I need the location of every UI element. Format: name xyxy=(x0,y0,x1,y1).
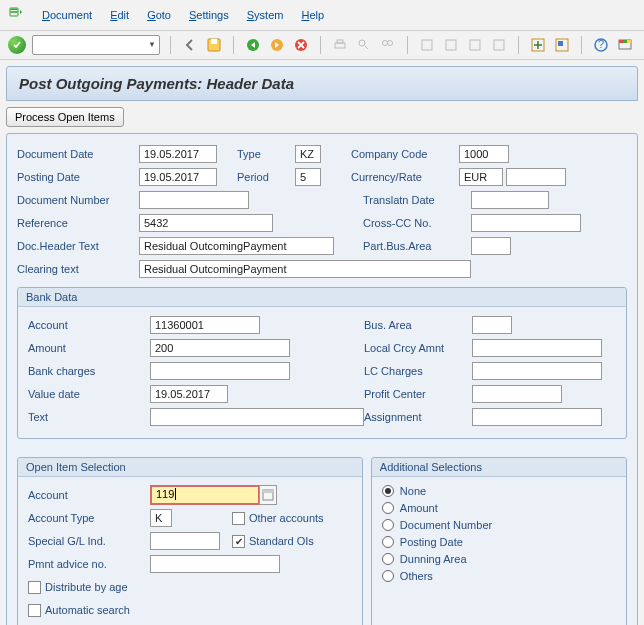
assignment-field[interactable] xyxy=(472,408,602,426)
company-code-label: Company Code xyxy=(351,148,459,160)
automatic-search-label: Automatic search xyxy=(45,604,130,616)
svg-rect-17 xyxy=(558,41,563,46)
open-item-selection-title: Open Item Selection xyxy=(18,458,362,477)
find-next-icon[interactable] xyxy=(379,36,397,54)
reference-field[interactable] xyxy=(139,214,273,232)
automatic-search-checkbox[interactable] xyxy=(28,604,41,617)
command-field[interactable] xyxy=(32,35,160,55)
type-field[interactable] xyxy=(295,145,321,163)
local-crcy-amnt-label: Local Crcy Amnt xyxy=(364,342,472,354)
prev-page-icon[interactable] xyxy=(442,36,460,54)
document-number-label: Document Number xyxy=(17,194,139,206)
enter-icon[interactable] xyxy=(8,36,26,54)
other-accounts-label: Other accounts xyxy=(249,512,324,524)
process-open-items-button[interactable]: Process Open Items xyxy=(6,107,124,127)
layout-icon[interactable] xyxy=(616,36,634,54)
pmnt-advice-no-label: Pmnt advice no. xyxy=(28,558,150,570)
lc-charges-field[interactable] xyxy=(472,362,602,380)
document-number-field[interactable] xyxy=(139,191,249,209)
menu-edit[interactable]: Edit xyxy=(110,9,129,21)
special-gl-ind-label: Special G/L Ind. xyxy=(28,535,150,547)
amount-field[interactable] xyxy=(150,339,290,357)
bank-charges-label: Bank charges xyxy=(28,365,150,377)
profit-center-field[interactable] xyxy=(472,385,562,403)
toolbar: ? xyxy=(0,31,644,60)
bank-data-group: Bank Data Account Bus. Area Amount Local… xyxy=(17,287,627,439)
value-date-field[interactable] xyxy=(150,385,228,403)
save-icon[interactable] xyxy=(205,36,223,54)
rate-field[interactable] xyxy=(506,168,566,186)
other-accounts-checkbox[interactable] xyxy=(232,512,245,525)
radio-none[interactable]: None xyxy=(382,485,616,497)
menubar: Document Edit Goto Settings System Help xyxy=(0,0,644,31)
next-page-icon[interactable] xyxy=(466,36,484,54)
doc-header-text-field[interactable] xyxy=(139,237,334,255)
svg-point-8 xyxy=(359,40,365,46)
cross-cc-no-field[interactable] xyxy=(471,214,581,232)
account-type-label: Account Type xyxy=(28,512,150,524)
bank-data-title: Bank Data xyxy=(18,288,626,307)
currency-field[interactable] xyxy=(459,168,503,186)
assignment-label: Assignment xyxy=(364,411,472,423)
bank-charges-field[interactable] xyxy=(150,362,290,380)
page-title: Post Outgoing Payments: Header Data xyxy=(19,75,294,92)
print-icon[interactable] xyxy=(331,36,349,54)
cancel-icon[interactable] xyxy=(292,36,310,54)
radio-amount[interactable]: Amount xyxy=(382,502,616,514)
svg-rect-25 xyxy=(263,490,273,493)
currency-rate-label: Currency/Rate xyxy=(351,171,459,183)
cross-cc-no-label: Cross-CC No. xyxy=(363,217,471,229)
menu-system[interactable]: System xyxy=(247,9,284,21)
period-label: Period xyxy=(237,171,295,183)
bank-text-field[interactable] xyxy=(150,408,364,426)
translatn-date-label: Translatn Date xyxy=(363,194,471,206)
svg-rect-6 xyxy=(335,43,345,48)
open-account-field[interactable]: 119 xyxy=(150,485,260,505)
f4-help-icon[interactable] xyxy=(259,485,277,505)
document-date-field[interactable] xyxy=(139,145,217,163)
new-session-icon[interactable] xyxy=(529,36,547,54)
menu-document[interactable]: Document xyxy=(42,9,92,21)
svg-rect-13 xyxy=(470,40,480,50)
help-icon[interactable]: ? xyxy=(592,36,610,54)
svg-point-10 xyxy=(388,41,393,46)
radio-document-number[interactable]: Document Number xyxy=(382,519,616,531)
app-menu-icon[interactable] xyxy=(8,6,24,24)
bus-area-label: Bus. Area xyxy=(364,319,472,331)
local-crcy-amnt-field[interactable] xyxy=(472,339,602,357)
bank-account-field[interactable] xyxy=(150,316,260,334)
special-gl-ind-field[interactable] xyxy=(150,532,220,550)
value-date-label: Value date xyxy=(28,388,150,400)
bus-area-field[interactable] xyxy=(472,316,512,334)
type-label: Type xyxy=(237,148,295,160)
back-icon[interactable] xyxy=(244,36,262,54)
posting-date-field[interactable] xyxy=(139,168,217,186)
last-page-icon[interactable] xyxy=(490,36,508,54)
exit-icon[interactable] xyxy=(268,36,286,54)
find-icon[interactable] xyxy=(355,36,373,54)
open-account-label: Account xyxy=(28,489,150,501)
standard-ois-label: Standard OIs xyxy=(249,535,314,547)
distribute-by-age-checkbox[interactable] xyxy=(28,581,41,594)
menu-settings[interactable]: Settings xyxy=(189,9,229,21)
shortcut-icon[interactable] xyxy=(553,36,571,54)
radio-posting-date[interactable]: Posting Date xyxy=(382,536,616,548)
bank-account-label: Account xyxy=(28,319,150,331)
standard-ois-checkbox[interactable] xyxy=(232,535,245,548)
document-date-label: Document Date xyxy=(17,148,139,160)
company-code-field[interactable] xyxy=(459,145,509,163)
profit-center-label: Profit Center xyxy=(364,388,472,400)
menu-goto[interactable]: Goto xyxy=(147,9,171,21)
first-page-icon[interactable] xyxy=(418,36,436,54)
radio-dunning-area[interactable]: Dunning Area xyxy=(382,553,616,565)
radio-others[interactable]: Others xyxy=(382,570,616,582)
translatn-date-field[interactable] xyxy=(471,191,549,209)
account-type-field[interactable] xyxy=(150,509,172,527)
pmnt-advice-no-field[interactable] xyxy=(150,555,280,573)
doc-header-text-label: Doc.Header Text xyxy=(17,240,139,252)
part-bus-area-field[interactable] xyxy=(471,237,511,255)
clearing-text-field[interactable] xyxy=(139,260,471,278)
left-arrow-icon[interactable] xyxy=(181,36,199,54)
period-field[interactable] xyxy=(295,168,321,186)
menu-help[interactable]: Help xyxy=(301,9,324,21)
